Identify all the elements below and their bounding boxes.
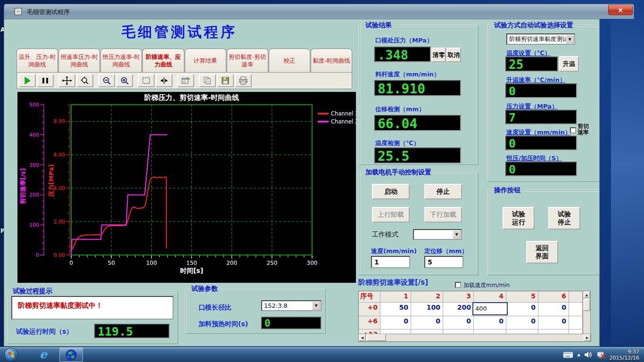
die-ratio-select[interactable]: 152:3.8 ▼ (261, 300, 322, 311)
results-title: 试验结果 (363, 21, 394, 30)
run-button[interactable] (19, 74, 36, 87)
tab-3[interactable]: 阶梯速率、应力曲线 (142, 49, 184, 72)
svg-text:0.00: 0.00 (54, 252, 66, 258)
zoom-out-button[interactable] (98, 74, 115, 87)
table-cell[interactable]: 4 (474, 291, 506, 303)
manual-speed-input[interactable]: 1 (371, 256, 410, 268)
heat-up-button[interactable]: 升温 (559, 56, 579, 72)
save-button[interactable] (217, 74, 234, 87)
table-cell[interactable]: 0 (538, 316, 569, 329)
svg-text:100: 100 (29, 222, 39, 228)
tab-4[interactable]: 计算结果 (185, 49, 226, 72)
pressure-set-display: 7 (505, 110, 577, 124)
load-speed-checkbox[interactable] (455, 282, 461, 288)
zero-button[interactable]: 清零 (431, 48, 446, 62)
table-cell[interactable]: 200 (443, 303, 474, 316)
ie-taskbar-icon[interactable]: e (34, 348, 53, 362)
vscroll-thumb[interactable] (583, 299, 590, 311)
up-unload-button[interactable]: 上行卸载 (372, 207, 410, 222)
table-cell[interactable]: +0 (359, 303, 380, 316)
table-cell[interactable]: 0 (474, 316, 506, 329)
system-tray: ▲ 9:37 2015/12/16 (563, 347, 642, 362)
chevron-down-icon[interactable]: ▼ (453, 230, 461, 239)
test-stop-button[interactable]: 试验 停止 (548, 207, 580, 230)
chevron-down-icon[interactable]: ▼ (566, 35, 574, 43)
zoom-box-button[interactable] (138, 74, 155, 87)
svg-text:压力[MPa]: 压力[MPa] (48, 165, 55, 197)
tab-0[interactable]: 温升、压力-时间曲线 (17, 49, 58, 72)
table-edit-cell-input[interactable]: 400 (472, 302, 508, 315)
scroll-right-icon[interactable]: ▶ (584, 334, 591, 341)
table-cell[interactable]: 3 (443, 291, 474, 303)
table-cell[interactable]: 0 (506, 303, 538, 316)
hscroll-thumb[interactable] (366, 334, 386, 341)
table-cell[interactable]: 50 (380, 303, 411, 316)
table-cell[interactable]: 5 (506, 291, 538, 303)
pause-button[interactable] (37, 74, 54, 87)
speaker-icon[interactable] (584, 351, 593, 358)
table-cell[interactable]: 0 (538, 303, 569, 316)
step-curve-chart: 050100150200250300时间[s]0100200300400500剪… (17, 92, 356, 283)
zoom-tool-button[interactable] (76, 74, 93, 87)
clock[interactable]: 9:37 2015/12/16 (610, 349, 642, 361)
work-mode-select[interactable]: ▼ (413, 229, 462, 240)
runtime-label: 试验运行时间（s） (16, 328, 73, 336)
print-button[interactable] (235, 74, 252, 87)
zoom-tool-icon (80, 76, 90, 85)
cancel-button[interactable]: 取消 (446, 48, 461, 62)
desktop: A P 毛细管测试程序 × 毛细管测试程序 温升、压力-时间曲线恒速率压力-时间… (0, 0, 644, 362)
table-cell[interactable]: 序号 (359, 291, 380, 303)
table-horizontal-scrollbar[interactable]: ◀ ▶ (358, 334, 591, 342)
run-icon (23, 76, 32, 85)
close-button[interactable]: × (608, 5, 633, 15)
network-error-icon[interactable] (596, 351, 606, 359)
copy-button[interactable] (199, 74, 216, 87)
pan-tool-button[interactable] (58, 74, 75, 87)
table-cell[interactable]: 0 (506, 316, 538, 329)
show-hidden-icons[interactable]: ▲ (577, 353, 580, 357)
svg-text:4.00: 4.00 (54, 185, 66, 191)
stop-button[interactable]: 停止 (424, 184, 462, 199)
tab-2[interactable]: 恒压力速率-时间曲线 (100, 49, 142, 72)
table-cell[interactable] (569, 303, 583, 316)
preheat-label: 加料预热时间(s) (198, 320, 248, 329)
tab-7[interactable]: 黏度-时间曲线 (311, 49, 352, 72)
down-load-button[interactable]: 下行加载 (424, 207, 462, 222)
test-mode-select[interactable]: 阶梯剪切速率黏度测试 ▼ (506, 33, 575, 45)
runtime-display: 119.5 (94, 324, 170, 338)
scroll-left-icon[interactable]: ◀ (359, 334, 366, 341)
svg-text:8.00: 8.00 (54, 118, 66, 124)
table-cell[interactable] (569, 316, 583, 329)
motor-control-title: 加载电机手动控制设置 (363, 168, 433, 177)
table-cell[interactable]: 0 (380, 316, 411, 329)
table-cell[interactable]: 0 (411, 316, 443, 329)
chevron-down-icon[interactable]: ▼ (312, 302, 320, 310)
tab-1[interactable]: 恒速率压力-时间曲线 (58, 49, 100, 72)
table-cell[interactable]: +6 (359, 316, 380, 329)
scroll-up-icon[interactable]: ▲ (583, 291, 590, 298)
tab-5[interactable]: 剪切黏度-剪切速率 (227, 49, 268, 72)
start-button[interactable] (4, 348, 18, 362)
zoom-in-button[interactable] (116, 74, 133, 87)
pan-icon (62, 76, 72, 85)
test-run-button[interactable]: 试验 运行 (503, 207, 535, 230)
start-button[interactable]: 启动 (372, 184, 410, 199)
table-cell[interactable]: 1 (380, 291, 411, 303)
table-cell[interactable]: 100 (411, 303, 443, 316)
table-cell[interactable]: 6 (538, 291, 569, 303)
test-params-group: 试验参数 口模长径比 152:3.8 ▼ 加料预热时间(s) 0 (185, 289, 326, 334)
keyboard-icon[interactable] (563, 352, 573, 358)
set-displacement-input[interactable]: 5 (424, 256, 463, 268)
properties-button[interactable] (177, 74, 194, 87)
table-cell[interactable]: 0 (443, 316, 474, 329)
shear-rate-checkbox[interactable] (570, 127, 576, 133)
window-titlebar[interactable]: 毛细管测试程序 × (4, 4, 634, 19)
svg-text:0: 0 (36, 252, 39, 258)
app-taskbar-button[interactable] (59, 347, 83, 362)
table-cell[interactable] (569, 291, 583, 303)
svg-text:时间[s]: 时间[s] (180, 267, 203, 274)
cursor-compare-button[interactable] (156, 74, 173, 87)
tab-6[interactable]: 校正 (269, 49, 310, 72)
table-cell[interactable]: 2 (411, 291, 443, 303)
return-ui-button[interactable]: 返回 界面 (526, 241, 558, 263)
